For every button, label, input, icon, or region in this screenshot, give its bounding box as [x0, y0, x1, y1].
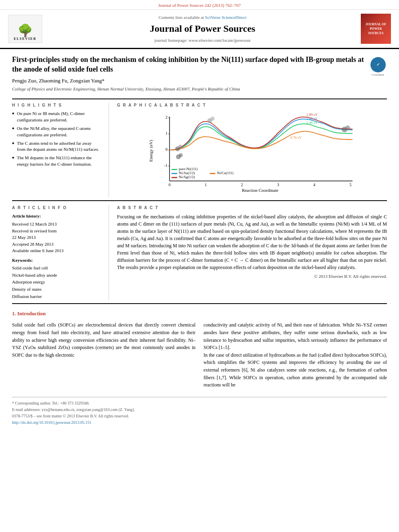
svg-rect-36	[210, 173, 216, 174]
article-affiliation: College of Physics and Electronic Engine…	[12, 86, 365, 92]
abstract-text: Focusing on the mechanisms of coking inh…	[117, 213, 387, 271]
intro-paragraph-1: Solid oxide fuel cells (SOFCs) are elect…	[12, 321, 195, 359]
svg-text:2: 2	[166, 115, 168, 119]
keyword-3: Adsorption energy	[12, 279, 101, 286]
svg-point-25	[179, 153, 183, 157]
svg-text:3: 3	[277, 183, 279, 187]
svg-point-29	[346, 125, 350, 130]
introduction-col-left: Solid oxide fuel cells (SOFCs) are elect…	[12, 321, 195, 388]
keywords-label: Keywords:	[12, 257, 101, 263]
highlight-item-3: The C atoms tend to be adsorbed far away…	[12, 140, 101, 153]
svg-text:1.60 eV: 1.60 eV	[306, 117, 318, 121]
highlights-list: On pure Ni or IB metals (M), C-dimer con…	[12, 111, 101, 168]
crossmark-logo: ✓ CrossMark	[369, 55, 387, 92]
footnote-issn: 0378-7753/$ – see front matter © 2013 El…	[12, 413, 387, 419]
doi-link[interactable]: http://dx.doi.org/10.1016/j.jpowsour.201…	[12, 420, 91, 425]
received-date: Received 12 March 2013	[12, 221, 101, 228]
article-title: First-principles study on the mechanism …	[12, 55, 365, 74]
section-divider-2	[12, 303, 387, 304]
keyword-1: Solid oxide fuel cell	[12, 265, 101, 272]
section-divider-1	[12, 200, 387, 201]
journal-cover-image: JOURNAL OF POWER SOURCES	[361, 14, 391, 44]
abstract-section-label: A B S T R A C T	[117, 205, 387, 211]
intro-paragraph-2: conductivity and catalytic activity of N…	[204, 321, 387, 351]
section-title: Introduction	[17, 310, 46, 316]
keyword-4: Density of states	[12, 286, 101, 293]
elsevier-tree-icon: 🌳	[18, 25, 33, 37]
svg-text:4: 4	[313, 183, 315, 187]
svg-text:Ni/Au(1/2): Ni/Au(1/2)	[179, 171, 195, 175]
svg-text:0.76 eV: 0.76 eV	[290, 136, 302, 140]
article-history-label: Article history:	[12, 213, 101, 219]
available-online-date: Available online 6 June 2013	[12, 247, 101, 254]
journal-center-info: Contents lists available at SciVerse Sci…	[48, 14, 357, 43]
svg-text:2: 2	[241, 183, 243, 187]
introduction-body: Solid oxide fuel cells (SOFCs) are elect…	[12, 321, 387, 388]
highlight-item-2: On the Ni/M alloy, the separated C-atoms…	[12, 125, 101, 138]
svg-text:1.89 eV: 1.89 eV	[306, 113, 318, 117]
received-revised-date: Received in revised form22 May 2013	[12, 228, 101, 241]
intro-paragraph-3: In the case of direct utilization of hyd…	[204, 351, 387, 389]
highlights-graphical-row: H I G H L I G H T S On pure Ni or IB met…	[12, 103, 387, 197]
svg-text:0: 0	[166, 147, 168, 152]
svg-text:0: 0	[169, 183, 171, 187]
energy-chart: 2 1 0 -1 Energy (eV) 0 1 2 3 4 5	[117, 113, 387, 193]
article-title-text: First-principles study on the mechanism …	[12, 55, 365, 92]
copyright-line: © 2013 Elsevier B.V. All rights reserved…	[117, 273, 387, 279]
keywords-list: Solid oxide fuel cell Nickel-based alloy…	[12, 265, 101, 300]
svg-text:Reaction Coordinate: Reaction Coordinate	[242, 188, 278, 193]
elsevier-brand-name: ELSEVIER	[14, 37, 36, 41]
svg-rect-30	[172, 169, 177, 170]
svg-text:-1: -1	[164, 163, 167, 168]
graph-container: 2 1 0 -1 Energy (eV) 0 1 2 3 4 5	[117, 111, 387, 197]
journal-homepage-line: journal homepage: www.elsevier.com/locat…	[48, 37, 357, 43]
highlight-item-4: The M dopants in the Ni(111) enhance the…	[12, 155, 101, 168]
svg-point-23	[179, 145, 183, 149]
svg-text:Ni/Cu(111): Ni/Cu(111)	[217, 171, 234, 175]
keyword-2: Nickel-based alloy anode	[12, 272, 101, 279]
main-content: First-principles study on the mechanism …	[0, 49, 399, 432]
highlight-item-1: On pure Ni or IB metals (M), C-dimer con…	[12, 111, 101, 123]
homepage-prefix: journal homepage:	[154, 38, 187, 43]
svg-text:Ni/Ag(1/2): Ni/Ag(1/2)	[179, 175, 195, 179]
article-title-section: First-principles study on the mechanism …	[12, 55, 387, 94]
highlights-column: H I G H L I G H T S On pure Ni or IB met…	[12, 103, 101, 197]
svg-rect-34	[172, 177, 177, 178]
article-authors: Pengju Zuo, Zhaoming Fu, Zongxian Yang*	[12, 77, 365, 84]
footnote-doi: http://dx.doi.org/10.1016/j.jpowsour.201…	[12, 420, 387, 425]
svg-text:5: 5	[350, 183, 352, 187]
svg-point-27	[211, 117, 215, 121]
footnote-email: E-mail addresses: yzx@henanu.edu.cn, zon…	[12, 407, 387, 413]
introduction-heading: 1. Introduction	[12, 310, 387, 317]
elsevier-logo: 🌳 ELSEVIER	[8, 15, 42, 43]
elsevier-logo-area: 🌳 ELSEVIER	[8, 15, 44, 43]
svg-rect-32	[172, 173, 177, 174]
svg-text:1: 1	[205, 183, 207, 187]
journal-reference: Journal of Power Sources 242 (2013) 762–…	[158, 3, 241, 8]
journal-cover-text: JOURNAL OF POWER SOURCES	[362, 22, 389, 36]
info-abstract-divider	[109, 205, 109, 300]
contents-prefix: Contents lists available at	[158, 15, 204, 20]
graphical-abstract-label: G R A P H I C A L A B S T R A C T	[117, 103, 387, 108]
title-divider	[12, 99, 387, 99]
crossmark-label: CrossMark	[372, 73, 384, 77]
journal-reference-bar: Journal of Power Sources 242 (2013) 762–…	[0, 0, 399, 10]
svg-text:pure-Ni(111): pure-Ni(111)	[179, 167, 198, 171]
keyword-5: Diffusion barrier	[12, 293, 101, 300]
introduction-col-right: conductivity and catalytic activity of N…	[204, 321, 387, 388]
article-info-column: A R T I C L E I N F O Article history: R…	[12, 205, 101, 300]
highlights-divider	[109, 103, 109, 197]
section-number: 1.	[12, 310, 16, 316]
svg-text:1: 1	[166, 131, 168, 136]
highlights-label: H I G H L I G H T S	[12, 103, 101, 108]
graphical-abstract-column: G R A P H I C A L A B S T R A C T 2 1 0 …	[117, 103, 387, 197]
journal-title: Journal of Power Sources	[48, 22, 357, 36]
abstract-column: A B S T R A C T Focusing on the mechanis…	[117, 205, 387, 300]
contents-available-line: Contents lists available at SciVerse Sci…	[48, 14, 357, 21]
homepage-url: www.elsevier.com/locate/jpowsour	[189, 38, 251, 43]
info-abstract-row: A R T I C L E I N F O Article history: R…	[12, 205, 387, 300]
page-footer: * Corresponding author. Tel.: +86 373 33…	[12, 397, 387, 425]
article-info-label: A R T I C L E I N F O	[12, 205, 101, 211]
sciverse-link[interactable]: SciVerse ScienceDirect	[205, 15, 247, 20]
svg-text:Energy (eV): Energy (eV)	[148, 140, 154, 162]
